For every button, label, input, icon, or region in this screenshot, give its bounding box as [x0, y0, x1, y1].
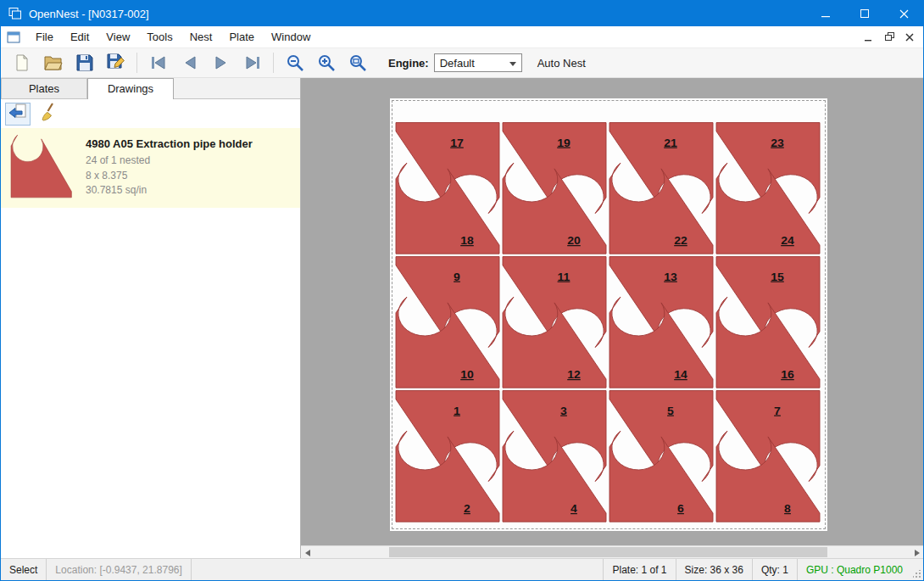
nest-pair-7-8[interactable]: 78 — [715, 388, 821, 522]
part-number: 6 — [677, 503, 684, 515]
drawing-area: 30.7815 sq/in — [86, 183, 253, 198]
menu-nest[interactable]: Nest — [181, 27, 221, 47]
horizontal-scrollbar[interactable] — [301, 545, 923, 558]
previous-plate-button[interactable] — [174, 50, 205, 75]
save-button[interactable] — [69, 50, 100, 75]
next-plate-button[interactable] — [205, 50, 237, 75]
minimize-button[interactable] — [806, 1, 845, 26]
engine-label: Engine: — [388, 57, 429, 70]
window-title: OpenNest - [N0317-002] — [29, 8, 149, 20]
drawing-size: 8 x 8.375 — [86, 169, 253, 183]
toolbar: Engine: Default Auto Nest — [1, 48, 923, 78]
part-number: 5 — [667, 405, 674, 417]
nest-pair-21-22[interactable]: 2122 — [608, 120, 715, 254]
part-number: 12 — [567, 369, 581, 381]
tab-drawings[interactable]: Drawings — [87, 78, 174, 99]
drawings-panel: 4980 A05 Extraction pipe holder 24 of 1 … — [1, 99, 300, 558]
zoom-in-button[interactable] — [310, 50, 342, 75]
last-plate-button[interactable] — [237, 50, 268, 75]
menu-tools[interactable]: Tools — [138, 27, 181, 47]
status-qty: Qty: 1 — [752, 559, 797, 580]
part-number: 1 — [454, 405, 460, 417]
engine-selected-value: Default — [440, 57, 475, 70]
zoom-fit-button[interactable] — [342, 50, 373, 75]
status-size: Size: 36 x 36 — [676, 559, 752, 580]
drawing-info: 4980 A05 Extraction pipe holder 24 of 1 … — [86, 137, 253, 198]
toolbar-separator — [273, 53, 274, 73]
part-number: 22 — [674, 235, 687, 247]
broom-icon — [40, 103, 58, 125]
nest-pair-11-12[interactable]: 1112 — [501, 254, 608, 388]
reload-drawing-button[interactable] — [5, 103, 31, 126]
maximize-button[interactable] — [845, 1, 884, 26]
menu-view[interactable]: View — [97, 27, 138, 47]
scroll-right-icon[interactable] — [910, 546, 923, 558]
nest-pair-17-18[interactable]: 1718 — [394, 120, 501, 254]
nest-pair-13-14[interactable]: 1314 — [608, 254, 715, 388]
part-number: 2 — [464, 503, 470, 515]
part-number: 21 — [664, 137, 677, 149]
mdi-window-controls — [859, 29, 920, 46]
nest-pair-5-6[interactable]: 56 — [608, 388, 715, 522]
part-number: 24 — [781, 235, 794, 247]
drawing-title: 4980 A05 Extraction pipe holder — [86, 137, 253, 150]
part-number: 9 — [454, 271, 460, 283]
part-number: 15 — [771, 271, 784, 283]
zoom-out-button[interactable] — [279, 50, 310, 75]
part-number: 8 — [784, 503, 791, 515]
part-number: 17 — [450, 137, 464, 149]
main-area: Plates Drawings — [1, 78, 923, 558]
save-as-button[interactable] — [100, 50, 131, 75]
part-number: 4 — [571, 503, 578, 515]
part-thumbnail — [8, 134, 75, 202]
plate[interactable]: 171819202122232491011121314151612345678 — [390, 98, 827, 531]
nest-pair-15-16[interactable]: 1516 — [715, 254, 821, 388]
clear-drawings-button[interactable] — [36, 103, 62, 126]
open-file-button[interactable] — [37, 50, 69, 75]
part-number: 7 — [774, 405, 781, 417]
part-number: 16 — [781, 369, 794, 381]
menu-file[interactable]: File — [27, 27, 62, 47]
part-number: 18 — [460, 235, 474, 247]
titlebar: OpenNest - [N0317-002] — [1, 1, 923, 26]
drawing-list-item[interactable]: 4980 A05 Extraction pipe holder 24 of 1 … — [1, 128, 300, 208]
app-icon — [8, 7, 22, 20]
part-number: 23 — [771, 137, 784, 149]
part-number: 10 — [460, 369, 474, 381]
part-number: 19 — [557, 137, 571, 149]
menu-plate[interactable]: Plate — [220, 27, 263, 47]
menu-edit[interactable]: Edit — [62, 27, 97, 47]
part-number: 11 — [558, 271, 571, 283]
part-number: 20 — [567, 235, 581, 247]
new-file-button[interactable] — [6, 50, 37, 75]
close-button[interactable] — [884, 1, 923, 26]
status-mode: Select — [1, 559, 47, 580]
tab-plates[interactable]: Plates — [1, 78, 87, 98]
menubar: File Edit View Tools Nest Plate Window — [1, 26, 923, 48]
nest-grid: 171819202122232491011121314151612345678 — [394, 120, 821, 522]
drawings-toolbar — [1, 99, 300, 128]
scrollbar-thumb[interactable] — [389, 547, 827, 557]
part-number: 13 — [664, 271, 677, 283]
status-gpu: GPU : Quadro P1000 — [797, 559, 911, 580]
nest-pair-23-24[interactable]: 2324 — [715, 120, 821, 254]
mdi-minimize-button[interactable] — [859, 29, 879, 46]
scroll-left-icon[interactable] — [301, 546, 314, 558]
engine-select[interactable]: Default — [434, 53, 522, 72]
menu-window[interactable]: Window — [263, 27, 319, 47]
nest-pair-9-10[interactable]: 910 — [394, 254, 501, 388]
mdi-close-button[interactable] — [899, 29, 920, 46]
nest-pair-3-4[interactable]: 34 — [501, 388, 608, 522]
toolbar-separator — [136, 53, 137, 73]
first-plate-button[interactable] — [142, 50, 174, 75]
auto-nest-button[interactable]: Auto Nest — [537, 57, 586, 70]
nest-pair-19-20[interactable]: 1920 — [501, 120, 608, 254]
resize-grip[interactable] — [911, 559, 923, 580]
import-arrow-icon — [8, 103, 27, 124]
nest-canvas[interactable]: 171819202122232491011121314151612345678 — [301, 78, 923, 558]
window-controls — [806, 1, 923, 26]
drawing-nested-count: 24 of 1 nested — [86, 154, 253, 168]
mdi-restore-button[interactable] — [879, 29, 899, 46]
nest-pair-1-2[interactable]: 12 — [394, 388, 501, 522]
chevron-down-icon — [509, 62, 516, 66]
